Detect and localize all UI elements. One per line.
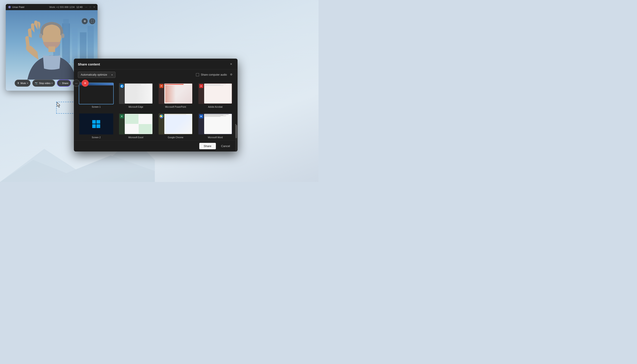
acrobat-label: Adobe Acrobat <box>208 106 222 108</box>
win-sq3 <box>92 124 96 128</box>
share-label: Share <box>62 82 68 84</box>
win-sq4 <box>96 124 100 128</box>
svg-point-16 <box>161 116 162 117</box>
excel-thumbnail: X <box>118 113 154 135</box>
window-controls: — □ ✕ <box>85 6 95 8</box>
audio-checkbox[interactable] <box>196 73 199 76</box>
share-icon: ↑ <box>60 82 61 84</box>
content-grid: Screen 1 Microsoft Edge <box>74 80 238 140</box>
optimize-label: Automatically optimize <box>81 73 110 76</box>
mic-icon: 🎙 <box>17 82 20 84</box>
screen2-item[interactable]: Screen 2 <box>78 112 114 139</box>
screen2-preview <box>79 114 113 134</box>
chrome-thumbnail <box>158 113 193 135</box>
settings-video-button[interactable]: ⚙ <box>82 18 88 24</box>
audio-label: Share computer audio <box>201 73 227 76</box>
edge-item[interactable]: Microsoft Edge <box>118 82 154 109</box>
share-panel: Share content × Automatically optimize ▾… <box>74 58 238 152</box>
person-video <box>21 18 83 80</box>
ppt-label: Microsoft PowerPoint <box>165 106 186 108</box>
more-icon: ··· <box>75 82 78 85</box>
acrobat-item[interactable]: A Adobe Acrobat <box>197 82 234 109</box>
panel-toolbar: Automatically optimize ▾ Share computer … <box>74 70 238 80</box>
ppt-thumbnail: P <box>158 83 193 104</box>
svg-rect-14 <box>48 46 55 52</box>
more-options-button[interactable]: ··· <box>73 80 80 87</box>
cancel-button[interactable]: Cancel <box>218 143 234 149</box>
video-overlay-icons: ⚙ ⛶ <box>82 18 95 24</box>
call-titlebar: T Umar Patel Work: +1 555 888 1234 12:40… <box>6 4 98 10</box>
ppt-item[interactable]: P Microsoft PowerPoint <box>157 82 194 109</box>
mute-label: Mute <box>20 82 26 84</box>
call-time: 12:40 <box>76 6 82 8</box>
caller-phone: Work: +1 555 888 1234 <box>49 6 74 8</box>
svg-text:T: T <box>9 6 10 8</box>
mute-button[interactable]: 🎙 Mute ▾ <box>14 80 30 87</box>
panel-scrollbar[interactable] <box>235 125 237 152</box>
word-thumbnail: W <box>198 113 233 135</box>
acrobat-thumbnail: A <box>198 83 233 104</box>
share-confirm-button[interactable]: Share <box>199 143 216 149</box>
end-call-button[interactable]: ✕ <box>82 80 89 87</box>
audio-option: Share computer audio ⚙ <box>196 73 234 76</box>
word-item[interactable]: W Microsoft Word <box>197 112 234 139</box>
win-sq1 <box>92 120 96 124</box>
panel-footer: Share Cancel <box>74 140 238 152</box>
caller-name: Umar Patel <box>12 6 49 8</box>
optimize-dropdown[interactable]: Automatically optimize ▾ <box>78 72 116 78</box>
excel-label: Microsoft Excel <box>128 136 143 139</box>
screen2-thumbnail <box>79 113 114 135</box>
optimize-chevron-icon: ▾ <box>112 74 112 76</box>
panel-header: Share content × <box>74 58 238 70</box>
chrome-item[interactable]: Google Chrome <box>157 112 194 139</box>
panel-title: Share content <box>78 62 100 66</box>
panel-close-button[interactable]: × <box>229 62 234 66</box>
audio-settings-icon[interactable]: ⚙ <box>230 73 234 76</box>
camera-icon: 📷 <box>35 82 38 85</box>
maximize-button[interactable]: □ <box>89 6 91 8</box>
screen2-label: Screen 2 <box>92 136 101 139</box>
expand-video-button[interactable]: ⛶ <box>89 18 95 24</box>
end-call-icon: ✕ <box>84 82 86 85</box>
stop-video-button[interactable]: 📷 Stop video ▾ <box>32 80 55 87</box>
share-button[interactable]: ↑ Share <box>57 80 71 87</box>
chrome-label: Google Chrome <box>168 136 183 139</box>
edge-label: Microsoft Edge <box>128 106 143 108</box>
window-close-button[interactable]: ✕ <box>93 6 95 8</box>
stop-video-label: Stop video <box>39 82 50 84</box>
teams-logo-icon: T <box>8 6 11 8</box>
win10-logo <box>92 120 100 128</box>
excel-item[interactable]: X Microsoft Excel <box>118 112 154 139</box>
scroll-up-button[interactable]: ▲ <box>234 123 237 126</box>
scrollbar-thumb <box>235 125 237 138</box>
mute-chevron-icon: ▾ <box>27 82 28 84</box>
edge-thumbnail <box>118 83 154 104</box>
win-sq2 <box>96 120 100 124</box>
edge-preview <box>119 83 153 104</box>
svg-rect-13 <box>61 34 64 38</box>
video-chevron-icon: ▾ <box>52 82 53 84</box>
svg-rect-12 <box>39 34 42 38</box>
screen1-label: Screen 1 <box>92 106 101 108</box>
minimize-button[interactable]: — <box>85 6 87 8</box>
call-controls: 🎙 Mute ▾ 📷 Stop video ▾ ↑ Share ··· ✕ <box>6 80 98 87</box>
svg-rect-10 <box>88 26 94 63</box>
word-label: Microsoft Word <box>208 136 223 139</box>
